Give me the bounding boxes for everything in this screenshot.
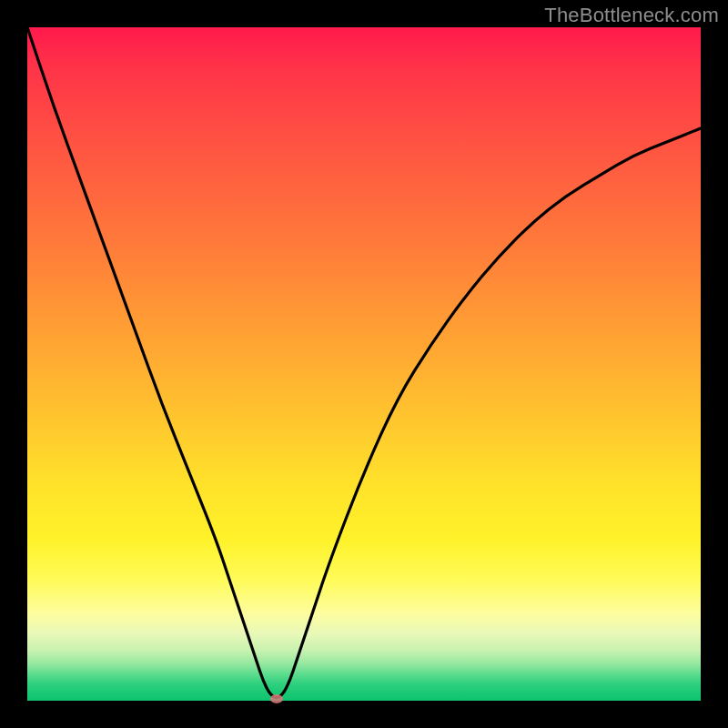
bottleneck-curve — [27, 27, 701, 701]
optimum-marker — [270, 694, 283, 703]
plot-area — [27, 27, 701, 701]
chart-frame: TheBottleneck.com — [0, 0, 728, 728]
watermark-text: TheBottleneck.com — [544, 4, 719, 27]
